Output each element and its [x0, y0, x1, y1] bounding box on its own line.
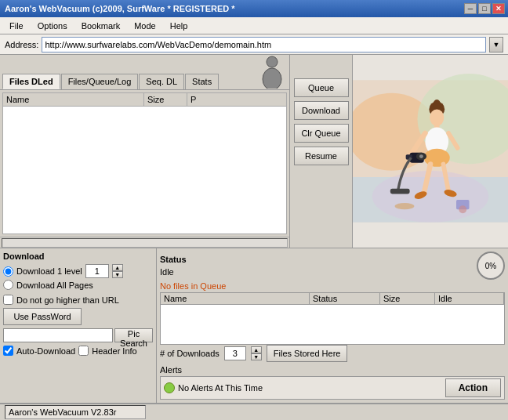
svg-point-24: [395, 203, 415, 209]
tab-files-dled[interactable]: Files DLed: [2, 74, 60, 89]
menu-bar: File Options Bookmark Mode Help: [0, 17, 508, 34]
preview-image: [353, 55, 508, 248]
num-spinner-down[interactable]: ▼: [251, 353, 262, 360]
download-button[interactable]: Download: [294, 101, 349, 120]
level-spinner-buttons: ▲ ▼: [112, 264, 123, 278]
col-header-size: Size: [144, 93, 187, 106]
level-spinner-input[interactable]: [85, 264, 109, 278]
svg-point-23: [419, 154, 423, 158]
address-input[interactable]: [42, 37, 486, 52]
queue-col-name: Name: [161, 293, 310, 304]
action-button[interactable]: Action: [445, 378, 501, 397]
status-header-row: Status Idle 0%: [160, 252, 505, 280]
auto-download-label: Auto-Download: [16, 346, 75, 356]
queue-table-body: [161, 305, 504, 344]
file-table-header: Name Size P: [3, 93, 286, 107]
queue-col-status: Status: [310, 293, 380, 304]
tab-files-queue-log[interactable]: Files/Queue/Log: [61, 74, 139, 89]
num-downloads-spinners: ▲ ▼: [251, 346, 262, 360]
search-button[interactable]: Pic Search: [114, 328, 153, 342]
spinner-down[interactable]: ▼: [112, 271, 123, 278]
status-bar: Aaron's WebVacuum V2.83r: [0, 403, 508, 420]
address-dropdown-button[interactable]: ▼: [489, 37, 503, 52]
file-table-body: [3, 107, 286, 234]
no-files-text: No files in Queue: [160, 281, 505, 291]
menu-mode[interactable]: Mode: [128, 20, 162, 32]
menu-options[interactable]: Options: [31, 20, 74, 32]
close-button[interactable]: ✕: [492, 3, 505, 14]
address-bar: Address: ▼: [0, 34, 508, 55]
num-downloads-row: # of Downloads ▲ ▼ Files Stored Here: [160, 345, 505, 362]
download-all-pages-label: Download All Pages: [16, 281, 93, 290]
idle-text: Idle: [160, 267, 187, 277]
progress-text: 0%: [485, 262, 496, 270]
download-1-level-radio[interactable]: [3, 266, 13, 277]
no-higher-row: Do not go higher than URL: [3, 295, 153, 305]
tab-stats[interactable]: Stats: [185, 74, 219, 89]
menu-help[interactable]: Help: [164, 20, 194, 32]
resume-button[interactable]: Resume: [294, 147, 349, 165]
download-all-pages-row: Download All Pages: [3, 280, 153, 290]
download-level-row: Download 1 level ▲ ▼: [3, 264, 153, 278]
download-all-pages-radio[interactable]: [3, 280, 13, 290]
files-stored-button[interactable]: Files Stored Here: [267, 345, 348, 362]
minimize-button[interactable]: ─: [464, 3, 477, 14]
queue-table-header: Name Status Size Idle: [161, 293, 504, 305]
queue-col-size: Size: [380, 293, 435, 304]
menu-bookmark[interactable]: Bookmark: [75, 20, 127, 32]
col-header-p: P: [187, 93, 199, 106]
header-info-checkbox[interactable]: [78, 346, 89, 356]
svg-rect-21: [390, 189, 410, 194]
window-title: Aaron's WebVacuum (c)2009, SurfWare * RE…: [3, 4, 464, 13]
auto-download-checkbox[interactable]: [3, 346, 13, 356]
maximize-button[interactable]: □: [478, 3, 491, 14]
hscroll-track[interactable]: [2, 238, 288, 248]
action-buttons-panel: Queue Download Clr Queue Resume: [290, 55, 353, 248]
person-icon: [255, 55, 289, 89]
status-panel: Status Idle 0% No files in Queue Name St…: [157, 248, 508, 403]
num-downloads-input[interactable]: [224, 346, 246, 360]
title-bar: Aaron's WebVacuum (c)2009, SurfWare * RE…: [0, 0, 508, 17]
horizontal-scrollbar[interactable]: [0, 237, 289, 248]
alert-message: No Alerts At This Time: [178, 383, 442, 393]
num-spinner-up[interactable]: ▲: [251, 346, 262, 353]
image-panel: [353, 55, 508, 248]
file-list-area: Name Size P: [2, 92, 287, 234]
queue-button[interactable]: Queue: [294, 78, 349, 97]
pic-search-input[interactable]: [3, 328, 113, 342]
use-password-button[interactable]: Use PassWord: [3, 308, 82, 325]
download-panel-title: Download: [3, 252, 153, 261]
svg-point-26: [459, 205, 466, 213]
progress-circle: 0%: [477, 252, 505, 280]
svg-point-8: [433, 100, 441, 110]
queue-col-idle: Idle: [435, 293, 504, 304]
svg-point-9: [430, 109, 444, 125]
download-1-level-label: Download 1 level: [16, 266, 82, 276]
status-title: Status: [160, 255, 187, 264]
window-controls: ─ □ ✕: [464, 3, 505, 14]
download-panel: Download Download 1 level ▲ ▼ Download A…: [0, 248, 157, 403]
clr-queue-button[interactable]: Clr Queue: [294, 124, 349, 143]
spinner-up[interactable]: ▲: [112, 264, 123, 271]
col-header-name: Name: [3, 93, 144, 106]
num-downloads-label: # of Downloads: [160, 349, 220, 358]
status-bar-text: Aaron's WebVacuum V2.83r: [5, 405, 146, 419]
svg-point-1: [263, 68, 281, 89]
queue-table: Name Status Size Idle: [160, 292, 505, 345]
pic-search-row: Pic Search: [3, 328, 153, 342]
alert-indicator: [164, 382, 175, 393]
menu-file[interactable]: File: [3, 20, 30, 32]
alerts-label: Alerts: [160, 365, 505, 375]
auto-header-row: Auto-Download Header Info: [3, 346, 153, 356]
no-higher-label: Do not go higher than URL: [16, 295, 119, 305]
tab-seq-dl[interactable]: Seq. DL: [139, 74, 184, 89]
header-info-label: Header Info: [92, 346, 136, 356]
no-higher-checkbox[interactable]: [3, 295, 13, 305]
svg-point-6: [372, 171, 489, 223]
alerts-row: No Alerts At This Time Action: [160, 376, 505, 400]
svg-point-0: [267, 56, 278, 67]
address-label: Address:: [5, 40, 38, 49]
